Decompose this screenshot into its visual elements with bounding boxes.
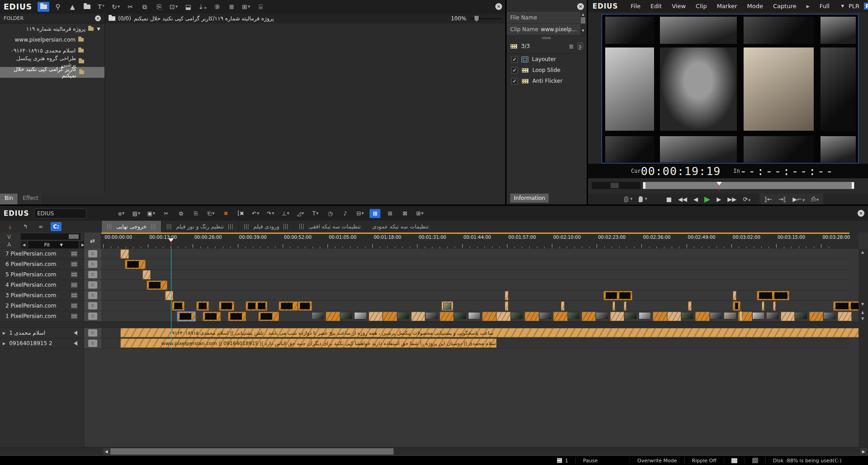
fit-dropdown[interactable]: Fit▼	[28, 241, 79, 248]
timeline-clip[interactable]	[688, 301, 692, 311]
audio-track-lane[interactable]: ساعت پاسخگویی و پشتیبانی محصولات پیکسل پ…	[101, 328, 849, 338]
properties-button[interactable]: ⑨	[211, 2, 223, 12]
lock-icon[interactable]: ⚿	[88, 271, 97, 278]
sync-mode-icon[interactable]: ⇄	[84, 232, 101, 249]
tab-grip-icon[interactable]	[244, 224, 249, 229]
timeline-tool-button[interactable]: ⎗▼	[205, 209, 216, 218]
frame-back-button[interactable]: ◀	[693, 196, 698, 203]
strip-clip[interactable]	[695, 312, 709, 321]
timeline-clip[interactable]	[298, 301, 312, 311]
timeline-tool-button[interactable]: ◿▼	[295, 209, 306, 218]
track-header[interactable]: 4 PixelPersian.com	[0, 280, 84, 290]
timeline-tool-button[interactable]: [✖	[235, 209, 246, 218]
timeline-clip[interactable]	[219, 301, 234, 311]
scroll-up-icon[interactable]: ▲	[580, 13, 586, 16]
timeline-clip[interactable]	[505, 291, 508, 300]
rec-badge[interactable]: REC	[864, 3, 868, 9]
timeline-mode-button[interactable]: ⤓	[5, 222, 15, 231]
vscroll-up-icon[interactable]: ▲	[861, 250, 864, 254]
effect-item[interactable]: ✓Layouter	[507, 54, 587, 65]
strip-clip[interactable]	[369, 312, 383, 321]
timeline-mode-button[interactable]: ↰	[20, 222, 31, 231]
timeline-clip[interactable]	[279, 301, 298, 311]
timeline-tool-button[interactable]: T▼	[310, 209, 321, 218]
vertical-scrollbar[interactable]: ▲ ▼ ▲ ▼	[859, 249, 868, 447]
timeline-playhead[interactable]	[171, 249, 171, 349]
strip-clip[interactable]	[383, 312, 397, 321]
track-lane[interactable]	[101, 259, 849, 270]
strip-thumbnail[interactable]	[340, 312, 352, 319]
list-view-icon[interactable]: ≣	[569, 43, 574, 50]
timeline-clip[interactable]	[773, 301, 776, 311]
timeline-tool-button[interactable]: ▣▼	[146, 209, 157, 218]
timeline-clip[interactable]	[612, 301, 615, 311]
tab-grip-icon[interactable]	[167, 224, 171, 229]
timeline-tool-button[interactable]: ✂	[161, 209, 171, 218]
timeline-tool-button[interactable]: ⊠	[399, 209, 410, 218]
lock-icon[interactable]: ⚿	[88, 281, 97, 289]
effect-checkbox[interactable]: ✓	[511, 78, 518, 85]
fit-prev-icon[interactable]: ◀	[21, 241, 27, 248]
timeline-tool-button[interactable]: ⊞	[384, 209, 395, 218]
audio-track-header[interactable]: ▶2 09164018915	[0, 338, 84, 349]
ascroll-down-icon[interactable]: ▼	[861, 317, 864, 321]
track-lane[interactable]	[101, 301, 849, 311]
strip-thumbnail[interactable]	[766, 312, 778, 319]
strip-clip[interactable]	[482, 312, 496, 321]
strip-clip[interactable]	[667, 312, 681, 321]
hscroll-thumb[interactable]	[110, 448, 394, 455]
marker-in-button[interactable]: ▼	[639, 196, 647, 202]
folder-view-button[interactable]	[38, 2, 49, 12]
audio-separator[interactable]	[84, 322, 868, 328]
sequence-tab[interactable]: تنظیمات سه تیکه افقی	[294, 221, 366, 232]
timeline-clip[interactable]	[246, 301, 267, 311]
lock-icon[interactable]: ⚿	[88, 292, 97, 299]
track-lock-cell[interactable]: ⚿	[84, 328, 101, 338]
timeline-clip[interactable]	[505, 301, 508, 311]
timeline-clip[interactable]	[561, 301, 564, 311]
tab-grip-icon[interactable]	[107, 224, 112, 229]
sequence-tab[interactable]: خروجی نهایی	[101, 221, 161, 232]
timeline-tool-button[interactable]: ⊞	[370, 209, 380, 218]
tab-effect[interactable]: Effect	[18, 194, 43, 204]
trash-icon[interactable]: ʂ	[578, 43, 583, 50]
toolbox-button[interactable]: ⌸	[255, 2, 266, 12]
timeline-clip[interactable]	[165, 291, 173, 300]
strip-thumbnail[interactable]	[752, 312, 764, 319]
timeline-tool-button[interactable]: ▤▼	[131, 209, 142, 218]
sequence-tab[interactable]: تنظیم رنگ و نور فیلم	[161, 221, 238, 232]
track-lane[interactable]	[101, 249, 849, 259]
audio-clip[interactable]: ساعت پاسخگویی و پشتیبانی محصولات پیکسل پ…	[120, 328, 867, 337]
lock-icon[interactable]: ⚿	[88, 250, 97, 257]
timeline-clip[interactable]	[228, 312, 246, 321]
strip-thumbnail[interactable]	[795, 312, 807, 319]
lock-icon[interactable]: ⚿	[88, 313, 97, 320]
export-button[interactable]: ⊡▼	[168, 2, 180, 12]
list-view-button[interactable]: ≣	[226, 2, 237, 12]
loop-button[interactable]: ⟳▼	[743, 196, 750, 203]
playhead-handle[interactable]	[168, 238, 174, 242]
menu-marker[interactable]: Marker	[717, 3, 737, 9]
track-header[interactable]: 6 PixelPersian.com	[0, 259, 84, 270]
strip-clip[interactable]	[411, 312, 425, 321]
menu-view[interactable]: View	[672, 3, 686, 9]
seek-playhead[interactable]	[716, 182, 722, 191]
frame-forward-button[interactable]: ▶	[716, 196, 721, 203]
scroll-down-icon[interactable]: ▼	[580, 29, 586, 33]
timeline-clip[interactable]	[125, 260, 146, 269]
add-title-button[interactable]: T⁺	[95, 2, 107, 12]
strip-clip[interactable]	[440, 312, 454, 321]
strip-clip[interactable]	[525, 312, 539, 321]
timeline-tool-button[interactable]: ⊥▼	[280, 209, 291, 218]
track-height-slider[interactable]	[21, 233, 81, 240]
track-lock-cell[interactable]: ⚿	[84, 249, 101, 259]
strip-thumbnail[interactable]	[539, 312, 551, 319]
hscroll-right-icon[interactable]: ▶	[860, 448, 867, 455]
timeline-clip[interactable]	[757, 291, 789, 300]
timeline-clip[interactable]	[624, 301, 626, 311]
audio-track-lane[interactable]: اسلام محمدی || دوستان این پروژه را شما ح…	[101, 338, 849, 349]
open-folder-button[interactable]	[81, 2, 93, 12]
strip-clip[interactable]	[653, 312, 667, 321]
timeline-clip[interactable]	[441, 301, 453, 311]
timeline-clip[interactable]	[196, 301, 209, 311]
